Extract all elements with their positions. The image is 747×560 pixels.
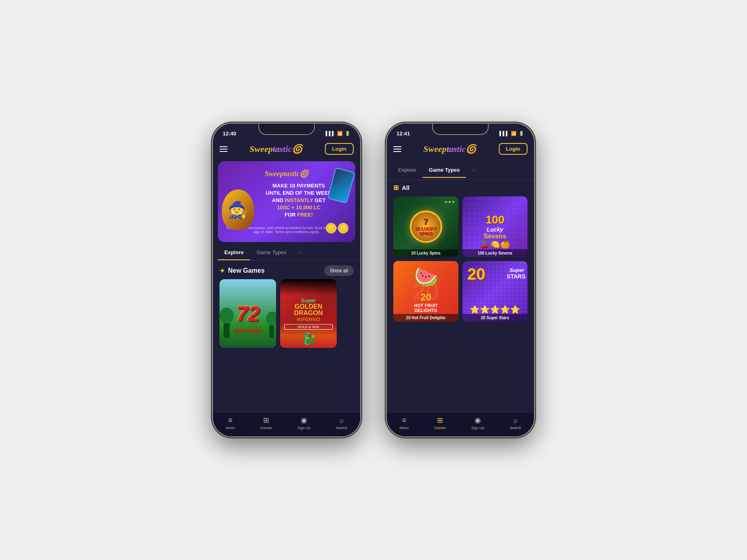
screen-left: Sweeptastic🌀 Login Sweeptastic🌀 🧙 MAKE 1… (213, 140, 360, 436)
all-filter-label: All (402, 184, 409, 191)
hot-fruit-text: HOT FRUITDELIGHTS (414, 303, 438, 313)
battery-icon-right: 🔋 (519, 131, 524, 136)
super-stars-super: Super (509, 267, 524, 273)
banner-logo: Sweeptastic🌀 (226, 169, 347, 178)
wifi-icon: 📶 (337, 131, 343, 136)
game-card-lucky-spins[interactable]: ★★★ 7 10 LUCKYSPINS 10 Lucky Spins (393, 196, 458, 257)
nav-games-left[interactable]: ⊞ Games (260, 416, 272, 430)
status-icons-left: ▌▌▌ 📶 🔋 (326, 131, 350, 136)
nav-menu-right[interactable]: ≡ Menu (399, 416, 409, 430)
game-dragon-art: Super GOLDEN DRAGON INFERNO HOLD & WIN 🐉 (280, 279, 337, 348)
notch-left (258, 124, 315, 135)
game-card-72-fortunes[interactable]: 72 FORTUNES (219, 279, 276, 348)
lucky-spins-text: 7 10 LUCKYSPINS (415, 217, 437, 236)
lucky-spins-number: 7 (415, 217, 437, 226)
banner-character: 🧙 (222, 189, 254, 230)
games-icon-right: ⊞ (437, 416, 443, 425)
show-all-button[interactable]: Show all (324, 265, 354, 276)
nav-search-right[interactable]: ⌕ Search (510, 416, 521, 430)
game-card-dragon[interactable]: Super GOLDEN DRAGON INFERNO HOLD & WIN 🐉 (280, 279, 337, 348)
new-games-icon: ✦ (219, 267, 225, 275)
nav-search-label-left: Search (336, 426, 348, 430)
nav-menu-left[interactable]: ≡ Menu (226, 416, 235, 430)
hot-fruit-art: 20 🍉 20 HOT FRUITDELIGHTS (393, 261, 458, 322)
all-filter-icon: ⊞ (393, 184, 399, 192)
nav-games-label-left: Games (260, 426, 272, 430)
promo-banner: Sweeptastic🌀 🧙 MAKE 10 PAYMENTS UNTIL EN… (218, 161, 355, 242)
login-button-left[interactable]: Login (325, 143, 354, 155)
lucky-sevens-art: 100 Lucky Sevens 🍒🍋🍊 (462, 196, 528, 257)
dragon-title: Super GOLDEN DRAGON INFERNO HOLD & WIN (280, 293, 337, 334)
super-stars-icons: ⭐⭐⭐⭐⭐ (470, 305, 520, 314)
nav-search-left[interactable]: ⌕ Search (336, 416, 348, 430)
dragon-hold-win: HOLD & WIN (284, 324, 333, 330)
dragon-inferno: INFERNO (284, 316, 333, 322)
signal-icon-right: ▌▌▌ (500, 131, 509, 136)
lucky-spins-label: 10 Lucky Spins (393, 249, 458, 257)
top-nav-right: Sweeptastic🌀 Login (387, 140, 534, 158)
tab-more-left: › (293, 245, 307, 260)
dragon-golden: GOLDEN DRAGON (284, 303, 333, 316)
games-row: 72 FORTUNES Super GOLDEN DRAGON INFERNO (213, 279, 360, 353)
hot-fruit-label: 20 Hot Fruit Delights (393, 314, 458, 322)
top-nav-left: Sweeptastic🌀 Login (213, 140, 360, 158)
menu-button-left[interactable] (219, 146, 228, 152)
nav-signup-label-right: Sign Up (471, 426, 484, 430)
logo-left: Sweeptastic🌀 (249, 144, 303, 154)
nav-games-right[interactable]: ⊞ Games (434, 416, 446, 430)
dragon-super: Super (284, 297, 333, 303)
nav-signup-right[interactable]: ◉ Sign Up (471, 416, 484, 430)
tab-game-types-right[interactable]: Game Types (422, 163, 466, 178)
lucky-sevens-100: 100 (483, 213, 506, 226)
time-right: 12:41 (397, 131, 410, 137)
all-filter-section: ⊞ All (387, 180, 534, 194)
tab-explore-left[interactable]: Explore (218, 245, 250, 260)
game-72-text: FORTUNES (219, 328, 276, 334)
lucky-sevens-sevens: Sevens (483, 233, 506, 240)
game-grid: ★★★ 7 10 LUCKYSPINS 10 Lucky Spins (387, 194, 534, 326)
game-72-art: 72 FORTUNES (219, 279, 276, 348)
login-button-right[interactable]: Login (499, 143, 528, 155)
hot-fruit-title: 20 HOT FRUITDELIGHTS (414, 292, 438, 313)
tab-explore-right[interactable]: Explore (392, 163, 422, 178)
super-stars-art: 20 Super Stars ⭐⭐⭐⭐⭐ (462, 261, 528, 322)
hot-fruit-20: 20 (414, 292, 438, 303)
time-left: 12:40 (223, 131, 236, 137)
nav-games-label-right: Games (434, 426, 446, 430)
lucky-spins-circle: 7 10 LUCKYSPINS (410, 211, 442, 243)
section-title-new-games: ✦ New Games (219, 267, 265, 275)
tab-more-right: › (466, 163, 481, 178)
super-stars-text: Stars (507, 273, 525, 280)
games-icon-left: ⊞ (263, 416, 269, 425)
super-stars-label: 20 Super Stars (462, 314, 528, 322)
nav-signup-left[interactable]: ◉ Sign Up (298, 416, 310, 430)
battery-icon: 🔋 (345, 131, 350, 136)
wifi-icon-right: 📶 (511, 131, 517, 136)
lucky-sevens-label: 100 Lucky Sevens (462, 249, 528, 257)
status-icons-right: ▌▌▌ 📶 🔋 (500, 131, 524, 136)
signal-icon: ▌▌▌ (326, 131, 335, 136)
search-icon-right: ⌕ (513, 416, 518, 425)
screen-right: Sweeptastic🌀 Login Explore Game Types › … (387, 140, 534, 436)
new-games-section-header: ✦ New Games Show all (213, 261, 360, 279)
lucky-sevens-lucky: Lucky (483, 226, 506, 233)
tab-game-types-left[interactable]: Game Types (250, 245, 293, 260)
signup-icon-left: ◉ (301, 416, 307, 425)
nav-search-label-right: Search (510, 426, 521, 430)
game-card-lucky-sevens[interactable]: 100 Lucky Sevens 🍒🍋🍊 100 Lucky Sevens (462, 196, 528, 257)
menu-button-right[interactable] (393, 146, 401, 152)
scroll-content-right[interactable]: Explore Game Types › ⊞ All ★★★ (387, 158, 534, 412)
super-stars-20: 20 (467, 265, 485, 283)
bottom-nav-right: ≡ Menu ⊞ Games ◉ Sign Up ⌕ Search (387, 412, 534, 436)
logo-right: Sweeptastic🌀 (423, 144, 477, 154)
menu-icon-right: ≡ (402, 416, 406, 425)
nav-menu-label-right: Menu (399, 426, 409, 430)
nav-signup-label-left: Sign Up (298, 426, 310, 430)
scroll-content-left[interactable]: Sweeptastic🌀 🧙 MAKE 10 PAYMENTS UNTIL EN… (213, 158, 360, 412)
nav-menu-label-left: Menu (226, 426, 235, 430)
search-icon-left: ⌕ (340, 416, 344, 425)
lucky-spins-art: ★★★ 7 10 LUCKYSPINS (393, 196, 458, 257)
game-card-super-stars[interactable]: 20 Super Stars ⭐⭐⭐⭐⭐ 20 Super Stars (462, 261, 528, 322)
game-card-hot-fruit[interactable]: 20 🍉 20 HOT FRUITDELIGHTS 20 Hot Fruit D… (393, 261, 458, 322)
notch-right (432, 124, 489, 135)
